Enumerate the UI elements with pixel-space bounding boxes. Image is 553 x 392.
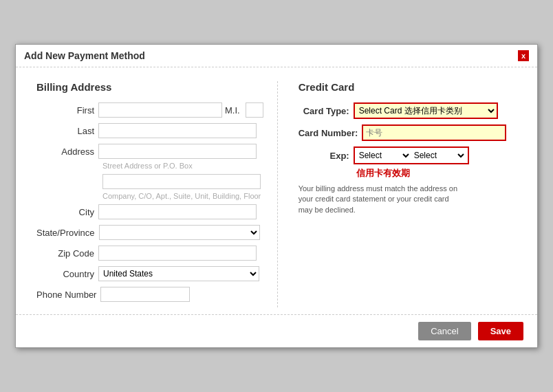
zip-input[interactable] [98,246,257,261]
last-name-label: Last [36,126,98,136]
phone-input[interactable] [100,287,190,302]
credit-section-title: Credit Card [299,81,523,93]
phone-label: Phone Number [36,290,100,300]
exp-border: Select 010203 040506 070809 101112 Selec… [354,146,469,164]
address-placeholder-text: Street Address or P.O. Box [102,162,263,170]
card-type-select[interactable]: Select Card 选择信用卡类别 Visa Mastercard Amer… [354,102,498,119]
card-number-row: Card Number: [299,124,523,141]
exp-hint-text: 信用卡有效期 [356,167,523,179]
dialog-footer: Cancel Save [16,315,537,347]
billing-section: Billing Address First M.I. Last Address … [16,81,278,307]
card-number-input[interactable] [362,124,506,141]
dialog-title-bar: Add New Payment Method x [16,45,537,67]
address2-row [102,174,263,189]
city-label: City [36,207,98,217]
phone-row: Phone Number [36,287,263,302]
save-button[interactable]: Save [478,322,523,340]
zip-row: Zip Code [36,246,263,261]
country-row: Country United States [36,266,263,281]
cc-note: Your billing address must match the addr… [299,184,464,215]
city-row: City [36,204,263,219]
card-type-label: Card Type: [299,106,354,116]
country-label: Country [36,269,98,279]
address2-placeholder-text: Company, C/O, Apt., Suite, Unit, Buildin… [102,192,263,200]
first-name-row: First M.I. [36,102,263,118]
card-number-label: Card Number: [299,128,362,138]
mi-label: M.I. [225,105,240,116]
close-button[interactable]: x [518,50,529,61]
state-row: State/Province [36,225,263,240]
exp-row: Exp: Select 010203 040506 070809 101112 … [299,146,523,164]
country-select[interactable]: United States [98,266,259,281]
address-label: Address [36,146,98,157]
exp-label: Exp: [299,151,354,161]
cancel-button[interactable]: Cancel [418,322,470,340]
state-label: State/Province [36,228,99,238]
first-name-input[interactable] [98,102,222,118]
exp-year-select[interactable]: Select 20242025 20262027 20282029 [411,149,466,162]
address-input[interactable] [98,144,257,159]
credit-section: Credit Card Card Type: Select Card 选择信用卡… [278,81,537,307]
last-name-input[interactable] [98,123,257,138]
billing-section-title: Billing Address [36,81,263,93]
city-input[interactable] [98,204,257,219]
card-type-row: Card Type: Select Card 选择信用卡类别 Visa Mast… [299,102,523,119]
state-select[interactable] [99,225,260,240]
address2-input[interactable] [102,174,261,189]
mi-input[interactable] [246,102,263,118]
address-row: Address [36,144,263,159]
dialog-body: Billing Address First M.I. Last Address … [16,67,537,315]
first-name-label: First [36,105,98,116]
zip-label: Zip Code [36,248,98,259]
add-payment-dialog: Add New Payment Method x Billing Address… [15,44,538,348]
last-name-row: Last [36,123,263,138]
dialog-title: Add New Payment Method [24,50,145,61]
exp-month-select[interactable]: Select 010203 040506 070809 101112 [356,149,411,162]
